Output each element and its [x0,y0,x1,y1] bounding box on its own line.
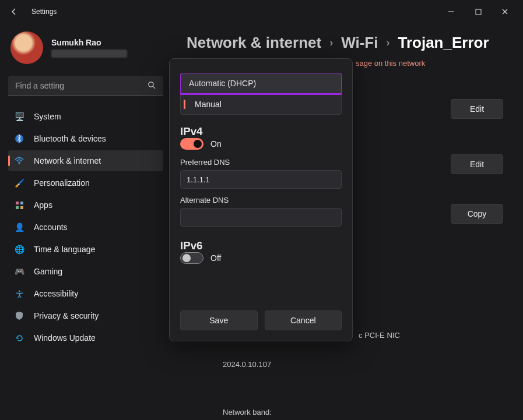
globe-icon: 🌐 [14,244,24,255]
data-usage-warning: sage on this network [356,59,509,68]
sidebar-item-label: Personalization [34,178,90,188]
sidebar-item-label: Accounts [34,223,68,232]
accessibility-icon [14,288,24,299]
back-button[interactable] [5,2,23,21]
cancel-button[interactable]: Cancel [265,310,342,330]
option-automatic-dhcp[interactable]: Automatic (DHCP) [180,73,342,94]
ipv6-toggle[interactable] [180,252,203,264]
ipv4-toggle-label: On [210,139,222,149]
sidebar-item-bluetooth[interactable]: Bluetooth & devices [8,128,163,149]
svg-rect-9 [20,206,23,209]
chevron-right-icon: › [386,37,389,49]
sidebar-item-accessibility[interactable]: Accessibility [8,283,163,304]
maximize-icon [475,9,482,15]
edit-button-2[interactable]: Edit [451,154,503,174]
alternate-dns-input[interactable] [180,208,342,227]
apps-icon [14,200,24,210]
save-button[interactable]: Save [180,310,258,330]
sidebar-item-label: System [34,112,61,121]
gamepad-icon: 🎮 [14,266,24,277]
preferred-dns-label: Preferred DNS [180,158,342,167]
arrow-left-icon [9,7,19,16]
ip-settings-dialog: Automatic (DHCP) Manual IPv4 On Preferre… [169,58,353,341]
maximize-button[interactable] [465,2,492,21]
sidebar-item-gaming[interactable]: 🎮 Gaming [8,261,163,282]
crumb-wifi[interactable]: Wi-Fi [341,34,378,52]
sidebar-item-label: Windows Update [34,333,96,343]
minimize-button[interactable] [438,2,465,21]
sidebar-item-personalization[interactable]: 🖌️ Personalization [8,172,163,193]
window-title: Settings [31,8,57,16]
sidebar-item-label: Privacy & security [34,311,99,320]
sidebar-item-label: Bluetooth & devices [34,134,106,143]
avatar [10,31,43,64]
svg-point-2 [149,82,153,87]
nav-list: 🖥️ System Bluetooth & devices Network & … [8,106,163,348]
sidebar-item-system[interactable]: 🖥️ System [8,106,163,127]
brush-icon: 🖌️ [14,178,24,188]
network-band-label: Network band: [223,408,272,417]
wifi-icon [14,156,24,166]
display-icon: 🖥️ [14,111,24,122]
ipv4-toggle[interactable] [180,138,203,150]
crumb-current: Trojan_Error [398,34,489,52]
user-name: Sumukh Rao [51,38,127,47]
shield-icon [14,310,24,321]
option-manual[interactable]: Manual [180,94,342,115]
svg-point-10 [18,290,20,292]
nic-value: c PCI-E NIC [359,331,400,340]
chevron-right-icon: › [329,37,333,49]
user-email-redacted [51,50,127,58]
sidebar: Sumukh Rao 🖥️ System Bluetooth & devices… [0,23,169,420]
svg-rect-1 [476,9,481,15]
sidebar-item-network[interactable]: Network & internet [8,150,163,171]
ip-assignment-dropdown[interactable]: Automatic (DHCP) Manual [180,73,342,115]
preferred-dns-input[interactable] [180,170,342,189]
driver-version-value: 2024.0.10.107 [223,360,271,369]
sidebar-item-apps[interactable]: Apps [8,195,163,216]
svg-line-3 [153,86,155,89]
ipv6-toggle-label: Off [210,253,221,263]
sidebar-item-label: Network & internet [34,156,101,165]
close-button[interactable] [492,2,518,21]
sidebar-item-privacy[interactable]: Privacy & security [8,305,163,326]
person-icon: 👤 [14,222,24,232]
edit-button-1[interactable]: Edit [451,99,503,119]
sidebar-item-label: Gaming [34,267,62,276]
sidebar-item-time[interactable]: 🌐 Time & language [8,239,163,260]
svg-rect-8 [16,206,19,209]
minimize-icon [448,8,455,15]
copy-button[interactable]: Copy [451,204,503,224]
sidebar-item-label: Time & language [34,245,95,254]
close-icon [501,8,508,15]
sidebar-item-update[interactable]: Windows Update [8,327,163,348]
breadcrumb: Network & internet › Wi-Fi › Trojan_Erro… [187,34,509,52]
search-input[interactable] [15,81,148,90]
search-icon [148,81,156,90]
bluetooth-icon [14,133,24,144]
titlebar: Settings [0,0,523,23]
user-profile[interactable]: Sumukh Rao [10,31,163,64]
sidebar-item-label: Apps [34,200,52,210]
sidebar-item-label: Accessibility [34,289,78,298]
svg-rect-7 [20,202,23,204]
ipv4-heading: IPv4 [180,125,342,138]
ipv6-heading: IPv6 [180,239,342,252]
crumb-network[interactable]: Network & internet [187,34,321,52]
svg-point-5 [19,163,20,164]
alternate-dns-label: Alternate DNS [180,196,342,204]
sidebar-item-accounts[interactable]: 👤 Accounts [8,217,163,238]
search-box[interactable] [8,76,163,96]
svg-rect-6 [16,202,19,204]
update-icon [14,333,24,343]
